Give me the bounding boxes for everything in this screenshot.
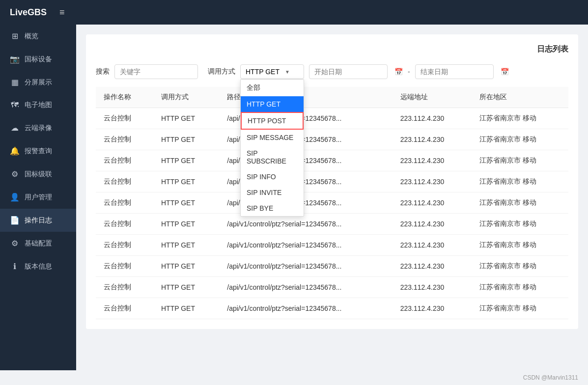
- search-input[interactable]: [114, 64, 198, 79]
- cell-region: 江苏省南京市 移动: [472, 129, 568, 150]
- cell-remote: 223.112.4.230: [392, 192, 472, 214]
- sidebar-label-national-device: 国标设备: [25, 55, 52, 64]
- cell-region: 江苏省南京市 移动: [472, 171, 568, 192]
- layout: ⊞概览📷国标设备▦分屏展示🗺电子地图☁云端录像🔔报警查询⚙国标级联👤用户管理📄操…: [0, 25, 588, 370]
- table-row: 云台控制HTTP GET/api/v1/control/ptz?serial=1…: [96, 256, 568, 277]
- end-date-input[interactable]: [415, 64, 494, 79]
- cell-region: 江苏省南京市 移动: [472, 298, 568, 319]
- cell-name: 云台控制: [96, 214, 153, 235]
- cell-region: 江苏省南京市 移动: [472, 150, 568, 171]
- calendar-icon-end[interactable]: 📅: [501, 68, 509, 76]
- dropdown-option-sip-bye[interactable]: SIP BYE: [241, 200, 304, 216]
- national-device-icon: 📷: [10, 55, 20, 64]
- footer-text: CSDN @Marvin1311: [523, 374, 578, 381]
- table-row: 云台控制HTTP GET/api/v1/control/ptz?serial=1…: [96, 214, 568, 235]
- table-row: 云台控制HTTP GET/api/v1/control/ptz?serial=1…: [96, 171, 568, 192]
- sidebar-label-alarm-query: 报警查询: [25, 147, 52, 156]
- cell-remote: 223.112.4.230: [392, 277, 472, 298]
- sidebar-label-cloud-recording: 云端录像: [25, 124, 52, 133]
- cell-method: HTTP GET: [153, 129, 219, 150]
- cell-method: HTTP GET: [153, 108, 219, 129]
- cell-remote: 223.112.4.230: [392, 171, 472, 192]
- sidebar-item-operation-log[interactable]: 📄操作日志: [0, 209, 76, 232]
- cloud-recording-icon: ☁: [10, 123, 20, 133]
- sidebar-item-national-device[interactable]: 📷国标设备: [0, 48, 76, 71]
- header: LiveGBS ≡: [0, 0, 588, 25]
- sidebar-item-version-info[interactable]: ℹ版本信息: [0, 255, 76, 278]
- search-bar: 搜索 调用方式 HTTP GET 全部HTTP GETHTTP POSTSIP …: [96, 64, 568, 79]
- cell-method: HTTP GET: [153, 214, 219, 235]
- col-header: 所在地区: [472, 87, 568, 108]
- sidebar-label-user-management: 用户管理: [25, 193, 52, 202]
- menu-icon[interactable]: ≡: [59, 7, 65, 18]
- sidebar-label-version-info: 版本信息: [25, 262, 52, 271]
- cell-method: HTTP GET: [153, 298, 219, 319]
- cell-method: HTTP GET: [153, 256, 219, 277]
- cell-remote: 223.112.4.230: [392, 150, 472, 171]
- cell-name: 云台控制: [96, 235, 153, 256]
- col-header: 远端地址: [392, 87, 472, 108]
- sidebar-item-basic-config[interactable]: ⚙基础配置: [0, 232, 76, 255]
- table-row: 云台控制HTTP GET/api/v1/control/ptz?serial=1…: [96, 235, 568, 256]
- date-separator: -: [408, 68, 410, 76]
- cell-remote: 223.112.4.230: [392, 129, 472, 150]
- cell-remote: 223.112.4.230: [392, 298, 472, 319]
- cell-name: 云台控制: [96, 171, 153, 192]
- method-select-display[interactable]: HTTP GET: [240, 64, 304, 79]
- cell-name: 云台控制: [96, 108, 153, 129]
- cell-region: 江苏省南京市 移动: [472, 256, 568, 277]
- dropdown-option-all[interactable]: 全部: [241, 80, 304, 96]
- cell-name: 云台控制: [96, 192, 153, 214]
- method-select-wrapper[interactable]: HTTP GET 全部HTTP GETHTTP POSTSIP MESSAGES…: [240, 64, 304, 79]
- cell-region: 江苏省南京市 移动: [472, 192, 568, 214]
- sidebar-item-user-management[interactable]: 👤用户管理: [0, 186, 76, 209]
- app-logo: LiveGBS: [10, 7, 47, 18]
- cell-name: 云台控制: [96, 129, 153, 150]
- sidebar-item-cloud-recording[interactable]: ☁云端录像: [0, 116, 76, 139]
- cell-remote: 223.112.4.230: [392, 214, 472, 235]
- version-info-icon: ℹ: [10, 262, 20, 271]
- table-row: 云台控制HTTP GET/api/v1/control/ptz?serial=1…: [96, 277, 568, 298]
- table-row: 云台控制HTTP GET/api/v1/control/ptz?serial=1…: [96, 129, 568, 150]
- cell-region: 江苏省南京市 移动: [472, 108, 568, 129]
- cell-name: 云台控制: [96, 150, 153, 171]
- start-date-input[interactable]: [309, 64, 388, 79]
- cell-path: /api/v1/control/ptz?serial=12345678...: [219, 298, 392, 319]
- sidebar-item-split-screen[interactable]: ▦分屏展示: [0, 71, 76, 94]
- search-label: 搜索: [96, 67, 110, 76]
- cell-path: /api/v1/control/ptz?serial=12345678...: [219, 277, 392, 298]
- footer: CSDN @Marvin1311: [0, 370, 588, 385]
- sidebar-label-e-map: 电子地图: [25, 101, 52, 110]
- cell-method: HTTP GET: [153, 235, 219, 256]
- col-header: 调用方式: [153, 87, 219, 108]
- cell-name: 云台控制: [96, 298, 153, 319]
- dropdown-option-sip-subscribe[interactable]: SIP SUBSCRIBE: [241, 145, 304, 169]
- table-header-row: 操作名称调用方式路径远端地址所在地区: [96, 87, 568, 108]
- table-header: 操作名称调用方式路径远端地址所在地区: [96, 87, 568, 108]
- cell-method: HTTP GET: [153, 192, 219, 214]
- operation-log-icon: 📄: [10, 216, 20, 225]
- dropdown-option-sip-message[interactable]: SIP MESSAGE: [241, 130, 304, 145]
- dropdown-option-http-get[interactable]: HTTP GET: [241, 96, 304, 112]
- cell-path: /api/v1/control/ptz?serial=12345678...: [219, 235, 392, 256]
- calendar-icon-start[interactable]: 📅: [394, 68, 403, 76]
- log-table: 操作名称调用方式路径远端地址所在地区 云台控制HTTP GET/api/v1/c…: [96, 87, 568, 319]
- dropdown-option-sip-info[interactable]: SIP INFO: [241, 169, 304, 185]
- sidebar-label-overview: 概览: [25, 32, 38, 41]
- sidebar-item-alarm-query[interactable]: 🔔报警查询: [0, 139, 76, 163]
- sidebar-item-national-cascade[interactable]: ⚙国标级联: [0, 163, 76, 186]
- cell-name: 云台控制: [96, 256, 153, 277]
- cell-name: 云台控制: [96, 277, 153, 298]
- sidebar-item-overview[interactable]: ⊞概览: [0, 25, 76, 48]
- cell-region: 江苏省南京市 移动: [472, 235, 568, 256]
- sidebar-item-e-map[interactable]: 🗺电子地图: [0, 94, 76, 116]
- sidebar: ⊞概览📷国标设备▦分屏展示🗺电子地图☁云端录像🔔报警查询⚙国标级联👤用户管理📄操…: [0, 25, 76, 370]
- sidebar-label-national-cascade: 国标级联: [25, 170, 52, 179]
- table-row: 云台控制HTTP GET/api/v1/control/ptz?serial=1…: [96, 150, 568, 171]
- cell-remote: 223.112.4.230: [392, 256, 472, 277]
- e-map-icon: 🗺: [10, 101, 20, 110]
- table-row: 云台控制HTTP GET/api/v1/control/ptz?serial=1…: [96, 108, 568, 129]
- user-management-icon: 👤: [10, 192, 20, 202]
- dropdown-option-http-post[interactable]: HTTP POST: [241, 112, 304, 130]
- dropdown-option-sip-invite[interactable]: SIP INVITE: [241, 185, 304, 200]
